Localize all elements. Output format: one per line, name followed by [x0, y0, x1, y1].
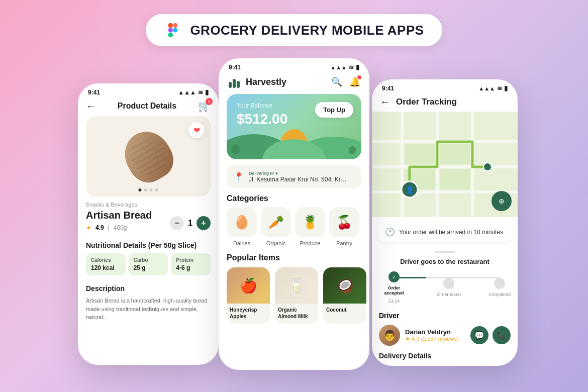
logo-area: Harvestly: [228, 75, 286, 89]
product-meta-row: Artisan Bread ★ 4.9 | 400g − 1 +: [86, 210, 211, 236]
svg-rect-1: [173, 23, 177, 28]
product-name: Artisan Bread: [86, 210, 152, 221]
signal-icon: ▲▲▲: [178, 89, 196, 96]
step-circle-2: [443, 278, 454, 289]
dot-1: [139, 188, 142, 191]
wishlist-button[interactable]: ❤: [188, 122, 205, 138]
dot-4: [155, 188, 158, 191]
app-name: Harvestly: [246, 77, 286, 87]
status-bar-left: 9:41 ▲▲▲ ≋ ▮: [78, 83, 219, 98]
category-organic[interactable]: 🥕 Organic: [261, 207, 291, 246]
coconut-image: 🥥: [323, 267, 366, 304]
status-time-left: 9:41: [88, 89, 100, 96]
phone-tracking: 9:41 ▲▲▲ ≋ ▮ ← Order Tracking: [372, 79, 518, 366]
header-actions: 🔍 🔔: [331, 76, 360, 87]
svg-rect-2: [168, 28, 173, 32]
quantity-plus-button[interactable]: +: [197, 216, 211, 230]
arrival-bar: 🕐 Your order will be arrived in 18 minut…: [378, 222, 512, 242]
cart-badge: 1: [206, 98, 213, 105]
product-nav: ← Product Details 🛒 1: [78, 98, 219, 116]
step-order-taken: Order taken: [437, 278, 461, 297]
status-bar-center: 9:41 ▲▲▲ ≋ ▮: [219, 58, 369, 73]
category-produce[interactable]: 🍍 Produce: [295, 207, 325, 246]
nutrition-value-protein: 4-6 g: [176, 264, 206, 271]
product-image-container: ❤: [86, 116, 211, 197]
svg-rect-23: [440, 144, 470, 164]
progress-bar: ✓ Order accepted 13:24 Order taken Compl…: [379, 271, 511, 304]
cart-button[interactable]: 🛒 1: [198, 100, 211, 112]
product-nav-title: Product Details: [118, 102, 176, 111]
driver-row: 👨 Darian Veldryn ★ 4.9 (2,567 reviews) 💬…: [379, 325, 511, 346]
dairies-icon-box: 🥚: [227, 207, 257, 237]
produce-label: Produce: [300, 240, 321, 246]
step-time-1: 13:24: [388, 299, 400, 304]
driver-info: Darian Veldryn ★ 4.9 (2,567 reviews): [405, 328, 465, 342]
clock-icon: 🕐: [385, 227, 395, 237]
popular-item-apples[interactable]: 🍎 Honeycrisp Apples: [227, 267, 270, 324]
apples-name: Honeycrisp Apples: [227, 304, 270, 324]
dropdown-icon: ▾: [275, 171, 278, 176]
popular-item-coconut[interactable]: 🥥 Coconut: [323, 267, 366, 324]
phone-product-details: 9:41 ▲▲▲ ≋ ▮ ← Product Details 🛒 1 ❤: [78, 83, 219, 365]
nutrition-cards: Calories 120 kcal Carbo 25 g Protein 4-6…: [86, 253, 211, 275]
star-icon: ★: [86, 224, 91, 231]
notification-button[interactable]: 🔔: [349, 76, 360, 87]
svg-rect-25: [440, 169, 470, 189]
svg-point-28: [483, 163, 492, 171]
description-text: Artisan Bread is a handcrafted, high-qua…: [86, 297, 211, 322]
svg-text:👤: 👤: [406, 185, 415, 194]
pantry-icon-box: 🍒: [329, 207, 359, 237]
apples-image: 🍎: [227, 267, 270, 304]
categories-title: Categories: [219, 194, 369, 207]
svg-rect-0: [168, 23, 173, 28]
call-driver-button[interactable]: 📞: [493, 326, 511, 344]
tracking-back-button[interactable]: ←: [380, 96, 390, 108]
step-label-1: Order accepted: [379, 285, 409, 296]
milk-name: Organic Almond Milk: [275, 304, 318, 324]
status-icons-right: ▲▲▲ ≋ ▮: [478, 84, 508, 92]
delivering-to-label: Delivering to ▾: [249, 170, 354, 176]
quantity-minus-button[interactable]: −: [170, 216, 184, 230]
arrival-text: Your order will be arrived in 18 minutes: [399, 229, 503, 236]
status-time-center: 9:41: [229, 64, 241, 71]
status-time-right: 9:41: [382, 85, 394, 92]
phone-home: 9:41 ▲▲▲ ≋ ▮ Harvestly 🔍 🔔: [219, 58, 369, 370]
category-pantry[interactable]: 🍒 Pantry: [329, 207, 359, 246]
nutrition-title: Nutritional Details (Per 50g Slice): [86, 241, 211, 249]
status-icons-left: ▲▲▲ ≋ ▮: [178, 88, 209, 96]
delivery-bar[interactable]: 📍 Delivering to ▾ Jl. Kesuma Pasar Krui …: [227, 165, 361, 188]
delivery-details-title: Delivery Details: [372, 350, 518, 362]
nutrition-card-calories: Calories 120 kcal: [86, 253, 126, 275]
back-button[interactable]: ←: [86, 101, 96, 112]
page-title: GROCERY DELIVERY MOBILE APPS: [190, 23, 424, 38]
app-logo-icon: [228, 75, 242, 89]
wifi-icon-center: ≋: [349, 64, 354, 71]
nutrition-label-carbo: Carbo: [134, 257, 163, 263]
topup-button[interactable]: Top Up: [315, 102, 353, 118]
battery-icon-right: ▮: [504, 84, 508, 92]
svg-rect-22: [405, 144, 435, 164]
quantity-value: 1: [188, 219, 192, 228]
driver-avatar: 👨: [379, 325, 400, 346]
step-completed: Completed: [488, 278, 511, 297]
milk-image: 🥛: [275, 267, 318, 304]
step-order-accepted: ✓ Order accepted 13:24: [379, 271, 409, 304]
tracking-nav: ← Order Tracking: [372, 94, 518, 112]
coconut-name: Coconut: [323, 304, 366, 317]
svg-point-14: [349, 146, 356, 154]
description-title: Description: [86, 284, 211, 292]
notification-dot: [357, 75, 361, 79]
popular-item-almond-milk[interactable]: 🥛 Organic Almond Milk: [275, 267, 318, 324]
step-label-2: Order taken: [437, 292, 461, 297]
driver-rating: ★ 4.9 (2,567 reviews): [405, 336, 465, 342]
search-button[interactable]: 🔍: [331, 76, 342, 87]
nutrition-label-calories: Calories: [91, 257, 121, 263]
category-dairies[interactable]: 🥚 Dairies: [227, 207, 257, 246]
product-info: Snacks & Beverages Artisan Bread ★ 4.9 |…: [78, 197, 219, 236]
step-circle-1: ✓: [388, 271, 400, 282]
message-driver-button[interactable]: 💬: [470, 326, 488, 344]
description-section: Description Artisan Bread is a handcraft…: [78, 280, 219, 326]
product-weight-value: 400g: [114, 224, 127, 231]
svg-rect-5: [229, 82, 232, 88]
svg-text:⊕: ⊕: [499, 197, 505, 205]
